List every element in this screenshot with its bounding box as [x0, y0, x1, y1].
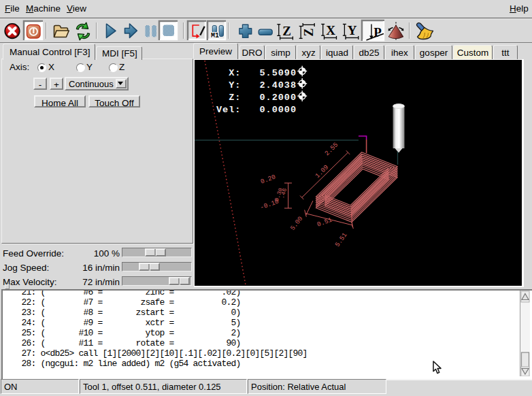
svg-text:1.09: 1.09 [314, 163, 330, 180]
svg-text:Y: Y [348, 23, 357, 37]
svg-text:5.51: 5.51 [333, 231, 348, 248]
svg-text:Vel: 0.0000: Vel: 0.0000 [216, 105, 296, 115]
svg-text:5.00: 5.00 [289, 215, 305, 232]
svg-text:X: 5.5090: X: 5.5090 [216, 68, 296, 78]
svg-text:2.55: 2.55 [323, 141, 339, 157]
svg-text:X: X [326, 23, 335, 37]
svg-text:Z: 0.2000: Z: 0.2000 [216, 93, 296, 103]
svg-text:M1: M1 [211, 32, 219, 39]
svg-text:Z: Z [282, 24, 291, 38]
svg-text:Z: Z [302, 28, 316, 36]
svg-text:0.51: 0.51 [316, 216, 333, 228]
svg-text:Y: 2.4038: Y: 2.4038 [216, 80, 296, 90]
svg-text:0.20: 0.20 [260, 173, 277, 185]
svg-text:P: P [373, 25, 382, 39]
